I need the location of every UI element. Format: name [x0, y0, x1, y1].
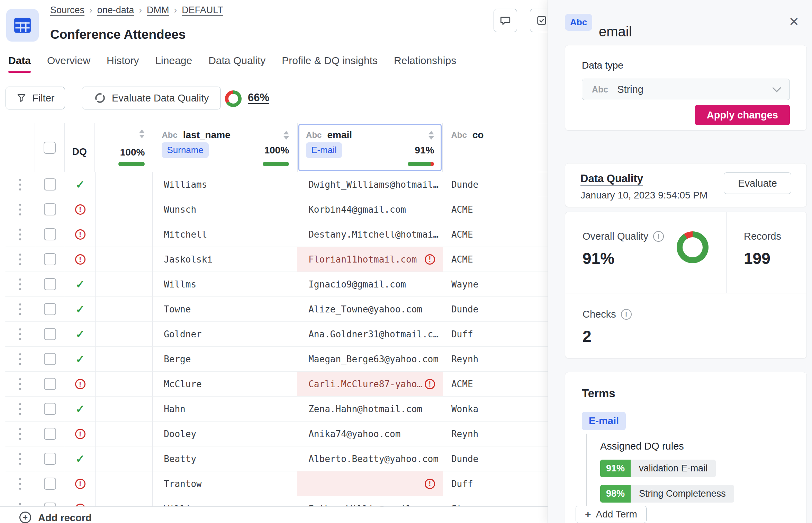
tab-overview[interactable]: Overview [47, 55, 90, 73]
select-all-checkbox[interactable] [44, 142, 56, 154]
tasks-button[interactable] [530, 9, 548, 32]
row-company-cell[interactable]: Duff [443, 322, 548, 347]
row-company-cell[interactable]: Wayne [443, 272, 548, 297]
row-email-cell[interactable]: Destany.Mitchell@hotmai… [297, 222, 443, 247]
row-email-cell[interactable]: Florian11hotmail.com! [297, 247, 443, 272]
row-last-name-cell[interactable]: Goldner [153, 322, 297, 347]
sort-icons[interactable] [428, 131, 434, 140]
row-last-name-cell[interactable]: McClure [153, 372, 297, 397]
row-company-cell[interactable]: Reynh [443, 347, 548, 372]
row-email-cell[interactable]: ! [297, 471, 443, 496]
breadcrumb-link[interactable]: DMM [147, 5, 169, 16]
row-checkbox[interactable] [44, 203, 56, 215]
row-last-name-cell[interactable]: Williams [153, 172, 297, 197]
row-checkbox[interactable] [44, 178, 56, 190]
row-menu-icon[interactable] [19, 229, 21, 240]
row-menu-icon[interactable] [19, 303, 21, 315]
tab-data-quality[interactable]: Data Quality [208, 55, 265, 73]
row-checkbox[interactable] [44, 428, 56, 440]
comments-button[interactable] [494, 9, 517, 32]
close-icon[interactable]: ✕ [789, 15, 799, 29]
row-menu-icon[interactable] [19, 278, 21, 290]
row-last-name-cell[interactable]: Trantow [153, 471, 297, 496]
filter-button[interactable]: Filter [6, 87, 65, 109]
row-checkbox[interactable] [44, 253, 56, 265]
row-last-name-cell[interactable]: Dooley [153, 422, 297, 446]
row-menu-icon[interactable] [19, 353, 21, 365]
row-unnamed-cell[interactable] [96, 247, 153, 272]
row-checkbox[interactable] [44, 228, 56, 240]
header-last-name-column[interactable]: Abc last_name Surname 100% [153, 123, 298, 172]
row-unnamed-cell[interactable] [96, 322, 153, 347]
dq-rule[interactable]: 91%validation E-mail [600, 460, 716, 477]
apply-changes-button[interactable]: Apply changes [695, 105, 790, 125]
data-quality-title[interactable]: Data Quality [580, 172, 707, 185]
add-record-button[interactable]: + Add record [0, 506, 548, 523]
row-company-cell[interactable]: Duff [443, 471, 548, 496]
header-unnamed-column[interactable]: 100% [95, 123, 154, 172]
sort-icons[interactable] [139, 130, 145, 138]
dq-summary-link[interactable]: 66% [248, 91, 269, 104]
sort-icons[interactable] [283, 131, 289, 140]
tab-lineage[interactable]: Lineage [155, 55, 192, 73]
evaluate-button[interactable]: Evaluate [724, 172, 791, 194]
row-checkbox[interactable] [44, 403, 56, 415]
row-menu-icon[interactable] [19, 403, 21, 415]
row-unnamed-cell[interactable] [96, 197, 153, 222]
header-email-column[interactable]: Abc email E-mail 91% [298, 123, 443, 172]
term-tag-surname[interactable]: Surname [162, 142, 209, 158]
dq-rule[interactable]: 98%String Completeness [600, 485, 734, 503]
breadcrumb-link[interactable]: Sources [50, 5, 84, 16]
info-icon[interactable]: i [621, 309, 632, 320]
row-menu-icon[interactable] [19, 328, 21, 340]
row-unnamed-cell[interactable] [96, 372, 153, 397]
row-checkbox[interactable] [44, 328, 56, 340]
row-email-cell[interactable]: Korbin44@gmail.com [297, 197, 443, 222]
row-company-cell[interactable]: Reynh [443, 422, 548, 446]
breadcrumb-link[interactable]: DEFAULT [182, 5, 223, 16]
row-email-cell[interactable]: Maegan_Berge63@yahoo.com [297, 347, 443, 372]
row-email-cell[interactable]: Ana.Goldner31@hotmail.c… [297, 322, 443, 347]
row-unnamed-cell[interactable] [96, 297, 153, 322]
term-tag-email[interactable]: E-mail [582, 412, 626, 430]
row-menu-icon[interactable] [19, 254, 21, 265]
row-unnamed-cell[interactable] [96, 397, 153, 422]
row-unnamed-cell[interactable] [96, 222, 153, 247]
header-company-column[interactable]: Abc co [443, 123, 548, 172]
row-checkbox[interactable] [44, 453, 56, 465]
row-company-cell[interactable]: Dunde [443, 297, 548, 322]
tab-history[interactable]: History [107, 55, 139, 73]
row-last-name-cell[interactable]: Towne [153, 297, 297, 322]
row-checkbox[interactable] [44, 303, 56, 315]
row-menu-icon[interactable] [19, 428, 21, 440]
row-unnamed-cell[interactable] [96, 347, 153, 372]
row-company-cell[interactable]: ACME [443, 197, 548, 222]
row-unnamed-cell[interactable] [96, 471, 153, 496]
row-last-name-cell[interactable]: Mitchell [153, 222, 297, 247]
row-email-cell[interactable]: Dwight_Williams@hotmail… [297, 172, 443, 197]
row-email-cell[interactable]: Carli.McClure87-yaho…! [297, 372, 443, 397]
row-menu-icon[interactable] [19, 179, 21, 190]
row-last-name-cell[interactable]: Beatty [153, 446, 297, 471]
info-icon[interactable]: i [653, 231, 664, 242]
row-last-name-cell[interactable]: Willms [153, 272, 297, 297]
row-menu-icon[interactable] [19, 453, 21, 465]
row-company-cell[interactable]: Dunde [443, 172, 548, 197]
row-email-cell[interactable]: Zena.Hahn@hotmail.com [297, 397, 443, 422]
row-checkbox[interactable] [44, 478, 56, 490]
add-term-button[interactable]: + Add Term [576, 506, 647, 523]
row-email-cell[interactable]: Alberto.Beatty@yahoo.com [297, 446, 443, 471]
row-company-cell[interactable]: ACME [443, 222, 548, 247]
row-email-cell[interactable]: Anika74@yahoo.com [297, 422, 443, 446]
row-menu-icon[interactable] [19, 478, 21, 490]
tab-profile-dq-insights[interactable]: Profile & DQ insights [282, 55, 378, 73]
row-unnamed-cell[interactable] [96, 446, 153, 471]
evaluate-data-quality-button[interactable]: Evaluate Data Quality [82, 87, 221, 109]
row-checkbox[interactable] [44, 378, 56, 390]
row-unnamed-cell[interactable] [96, 272, 153, 297]
row-company-cell[interactable]: Dunde [443, 446, 548, 471]
row-company-cell[interactable]: ACME [443, 247, 548, 272]
tab-data[interactable]: Data [8, 55, 31, 73]
data-type-select[interactable]: Abc String [582, 79, 790, 100]
row-unnamed-cell[interactable] [96, 172, 153, 197]
